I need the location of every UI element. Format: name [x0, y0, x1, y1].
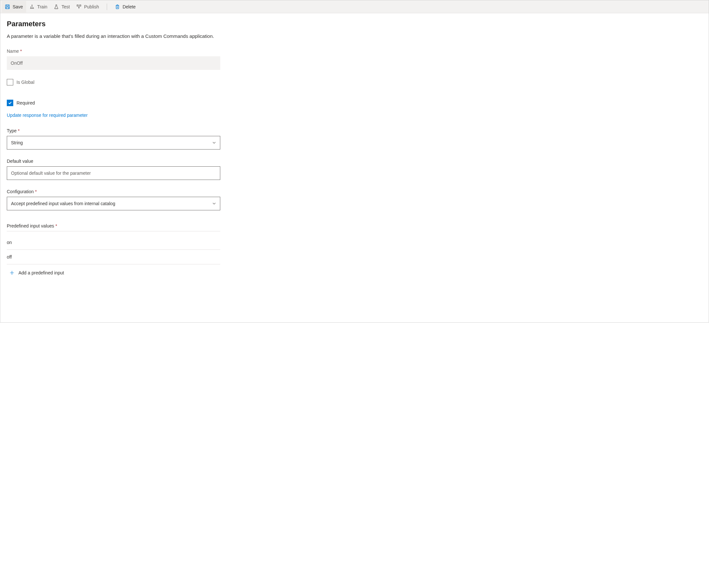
plus-icon: [9, 270, 15, 275]
required-star-icon: *: [35, 189, 36, 194]
predefined-values-header: Predefined input values *: [7, 223, 220, 231]
parameters-editor-window: Save Train Test: [0, 0, 709, 323]
delete-label: Delete: [123, 4, 135, 9]
list-item[interactable]: on: [7, 235, 220, 250]
predefined-values-label: Predefined input values *: [7, 223, 220, 228]
save-icon: [5, 4, 10, 9]
configuration-label: Configuration *: [7, 189, 220, 194]
name-input[interactable]: [7, 56, 220, 70]
content-area: Parameters A parameter is a variable tha…: [0, 13, 227, 282]
delete-icon: [115, 4, 120, 9]
train-label: Train: [37, 4, 47, 9]
required-star-icon: *: [18, 128, 19, 133]
update-response-link[interactable]: Update response for required parameter: [7, 112, 88, 118]
required-row: Required: [7, 100, 220, 106]
toolbar-separator: [107, 4, 107, 10]
type-label: Type *: [7, 128, 220, 133]
required-label: Required: [17, 100, 35, 105]
publish-icon: [76, 4, 81, 9]
name-field-group: Name *: [7, 49, 220, 70]
type-dropdown[interactable]: String: [7, 136, 220, 150]
chevron-down-icon: [212, 202, 216, 205]
chevron-down-icon: [212, 141, 216, 145]
publish-label: Publish: [84, 4, 99, 9]
toolbar: Save Train Test: [0, 0, 709, 13]
configuration-value: Accept predefined input values from inte…: [11, 201, 115, 206]
page-title: Parameters: [7, 20, 220, 28]
default-value-label: Default value: [7, 159, 220, 164]
svg-rect-2: [80, 5, 81, 6]
train-button[interactable]: Train: [26, 1, 50, 12]
page-description: A parameter is a variable that's filled …: [7, 33, 220, 39]
is-global-row: Is Global: [7, 79, 220, 85]
add-predefined-input-button[interactable]: Add a predefined input: [7, 264, 220, 275]
required-star-icon: *: [55, 223, 57, 228]
publish-button[interactable]: Publish: [73, 1, 102, 12]
configuration-field-group: Configuration * Accept predefined input …: [7, 189, 220, 210]
type-value: String: [11, 140, 23, 145]
name-label: Name *: [7, 49, 220, 54]
default-value-field-group: Default value: [7, 159, 220, 180]
save-label: Save: [12, 4, 23, 9]
list-item[interactable]: off: [7, 250, 220, 264]
default-value-input[interactable]: [7, 167, 220, 180]
test-icon: [54, 4, 59, 9]
is-global-label: Is Global: [17, 80, 34, 85]
configuration-dropdown[interactable]: Accept predefined input values from inte…: [7, 197, 220, 210]
train-icon: [29, 4, 35, 9]
required-checkbox[interactable]: [7, 100, 13, 106]
save-button[interactable]: Save: [2, 1, 26, 12]
delete-button[interactable]: Delete: [112, 1, 139, 12]
required-star-icon: *: [20, 49, 22, 54]
svg-rect-1: [77, 5, 78, 6]
type-field-group: Type * String: [7, 128, 220, 150]
add-predefined-label: Add a predefined input: [19, 270, 64, 275]
is-global-checkbox[interactable]: [7, 79, 13, 85]
test-label: Test: [61, 4, 70, 9]
predefined-values-section: Predefined input values * on off Add a p…: [7, 223, 220, 275]
test-button[interactable]: Test: [50, 1, 73, 12]
